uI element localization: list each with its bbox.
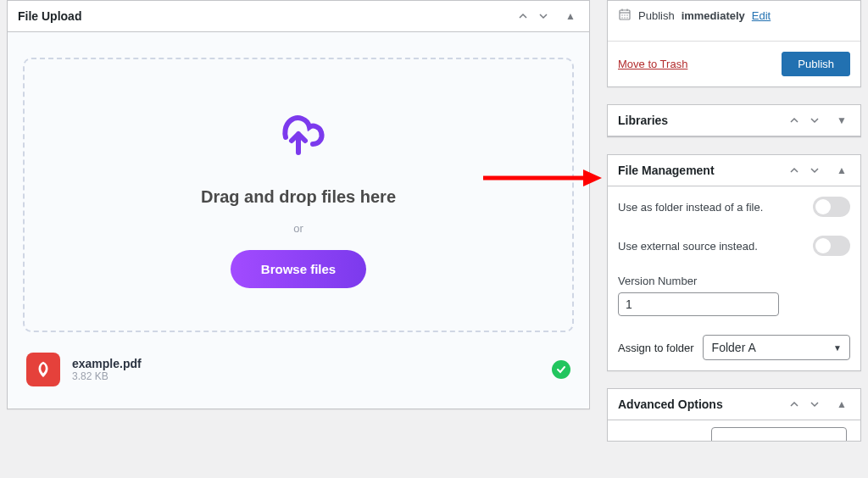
- file-upload-title: File Upload: [18, 9, 81, 23]
- panel-move-down-icon[interactable]: [806, 112, 823, 129]
- calendar-icon: [618, 8, 632, 24]
- use-external-label: Use external source instead.: [618, 240, 758, 253]
- libraries-title: Libraries: [618, 114, 668, 127]
- svg-point-5: [624, 14, 625, 15]
- svg-point-9: [626, 17, 627, 18]
- use-external-toggle[interactable]: [813, 236, 850, 256]
- panel-move-up-icon[interactable]: [786, 112, 803, 129]
- publish-schedule-row: Publish immediately Edit: [618, 1, 850, 31]
- panel-move-down-icon[interactable]: [535, 8, 552, 25]
- file-size: 3.82 KB: [72, 370, 540, 382]
- publish-value: immediately: [682, 9, 745, 22]
- panel-toggle-icon[interactable]: ▲: [562, 8, 579, 25]
- publish-label: Publish: [638, 9, 675, 22]
- file-management-title: File Management: [618, 164, 715, 177]
- upload-success-icon: [552, 360, 570, 379]
- panel-move-up-icon[interactable]: [786, 162, 803, 179]
- svg-point-4: [621, 14, 622, 15]
- advanced-options-title: Advanced Options: [618, 397, 723, 411]
- file-name: example.pdf: [72, 357, 540, 370]
- panel-move-down-icon[interactable]: [806, 396, 823, 413]
- svg-point-7: [621, 17, 622, 18]
- upload-cloud-icon: [269, 110, 328, 164]
- browse-files-button[interactable]: Browse files: [231, 250, 366, 288]
- or-text: or: [42, 222, 555, 235]
- assign-folder-label: Assign to folder: [618, 342, 694, 354]
- publish-edit-link[interactable]: Edit: [752, 9, 771, 22]
- drag-drop-text: Drag and drop files here: [42, 187, 555, 207]
- svg-point-8: [624, 17, 625, 18]
- panel-toggle-icon[interactable]: ▼: [833, 112, 850, 129]
- panel-move-up-icon[interactable]: [515, 8, 531, 25]
- publish-button[interactable]: Publish: [782, 52, 850, 76]
- use-folder-toggle[interactable]: [813, 197, 850, 217]
- panel-toggle-icon[interactable]: ▲: [833, 162, 850, 179]
- use-folder-label: Use as folder instead of a file.: [618, 201, 763, 214]
- move-to-trash-link[interactable]: Move to Trash: [618, 58, 687, 70]
- svg-point-6: [626, 14, 627, 15]
- libraries-header[interactable]: Libraries ▼: [608, 105, 860, 136]
- version-number-label: Version Number: [618, 275, 850, 287]
- panel-move-down-icon[interactable]: [806, 162, 823, 179]
- advanced-options-header[interactable]: Advanced Options ▲: [608, 389, 860, 420]
- assign-folder-select[interactable]: Folder A: [703, 335, 850, 360]
- panel-move-up-icon[interactable]: [786, 396, 803, 413]
- version-number-input[interactable]: [618, 292, 779, 316]
- pdf-file-icon: [26, 353, 60, 386]
- upload-dropzone[interactable]: Drag and drop files here or Browse files: [23, 58, 574, 332]
- panel-toggle-icon[interactable]: ▲: [833, 396, 850, 413]
- uploaded-file-row: example.pdf 3.82 KB: [23, 346, 574, 393]
- file-upload-header: File Upload ▲: [8, 1, 589, 32]
- file-management-header[interactable]: File Management ▲: [608, 155, 860, 186]
